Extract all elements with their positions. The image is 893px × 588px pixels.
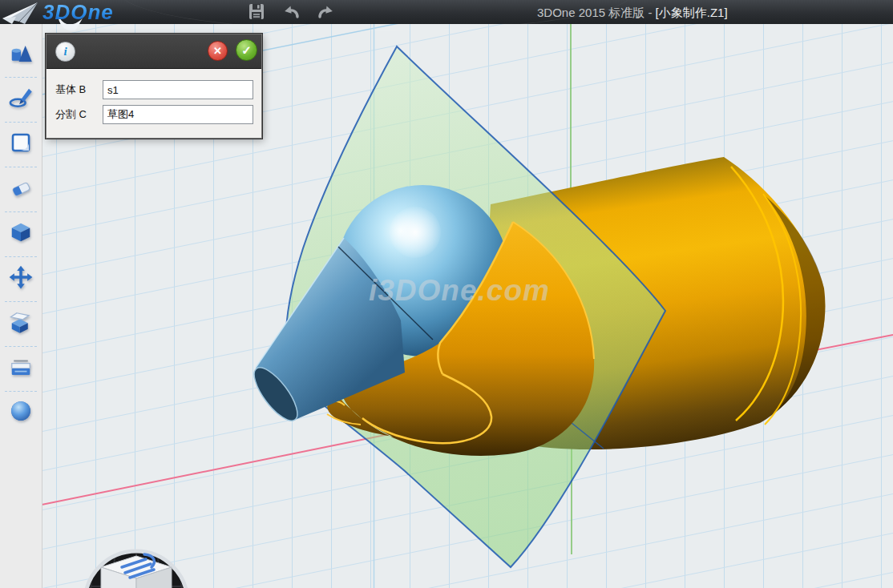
undo-icon[interactable] bbox=[281, 2, 303, 22]
window-title-filename: [小象制作.Z1] bbox=[656, 6, 728, 19]
combine-icon[interactable] bbox=[8, 310, 34, 336]
primitives-icon[interactable] bbox=[8, 42, 34, 67]
sidebar-divider bbox=[5, 346, 37, 347]
window-title-prefix: 3DOne 2015 标准版 - bbox=[537, 6, 656, 19]
app-window: 3DOne 3DOne 2015 标准版 - [小 bbox=[0, 0, 893, 588]
redo-icon[interactable] bbox=[314, 2, 337, 22]
move-icon[interactable] bbox=[8, 265, 34, 291]
split-command-dialog: i ✕ ✓ 基体 B 分割 C bbox=[46, 34, 262, 139]
tool-sidebar bbox=[0, 24, 42, 588]
sidebar-divider bbox=[5, 301, 37, 302]
sketch-draw-icon[interactable] bbox=[8, 86, 34, 111]
window-title: 3DOne 2015 标准版 - [小象制作.Z1] bbox=[537, 6, 728, 21]
dialog-header[interactable]: i ✕ ✓ bbox=[46, 34, 261, 69]
save-icon[interactable] bbox=[245, 2, 268, 22]
sidebar-divider bbox=[5, 167, 37, 167]
field-row-split: 分割 C bbox=[55, 105, 253, 124]
info-icon: i bbox=[55, 42, 75, 62]
solid-feature-icon[interactable] bbox=[8, 220, 34, 246]
base-field-label: 基体 B bbox=[55, 83, 103, 97]
dialog-body: 基体 B 分割 C bbox=[46, 69, 261, 138]
title-bar: 3DOne 3DOne 2015 标准版 - [小 bbox=[0, 0, 893, 24]
eraser-icon[interactable] bbox=[8, 176, 34, 202]
base-field-input[interactable] bbox=[103, 80, 253, 99]
material-sphere-icon[interactable] bbox=[8, 399, 34, 425]
field-row-base: 基体 B bbox=[55, 80, 253, 99]
sidebar-divider bbox=[5, 391, 37, 392]
sidebar-divider bbox=[5, 122, 37, 123]
sidebar-divider bbox=[5, 77, 37, 78]
split-field-input[interactable] bbox=[103, 105, 253, 124]
watermark-text: i3DOne.com bbox=[369, 274, 550, 307]
sidebar-divider bbox=[5, 211, 37, 212]
measure-icon[interactable] bbox=[8, 355, 34, 381]
app-logo-text: 3DOne bbox=[42, 0, 114, 25]
sidebar-divider bbox=[5, 256, 37, 257]
confirm-icon[interactable]: ✓ bbox=[236, 39, 257, 61]
cancel-icon[interactable]: ✕ bbox=[208, 41, 228, 61]
split-field-label: 分割 C bbox=[55, 107, 103, 122]
sketch-plane-icon[interactable] bbox=[8, 131, 34, 156]
viewport-3d[interactable]: i3DOne.com bbox=[42, 24, 893, 588]
